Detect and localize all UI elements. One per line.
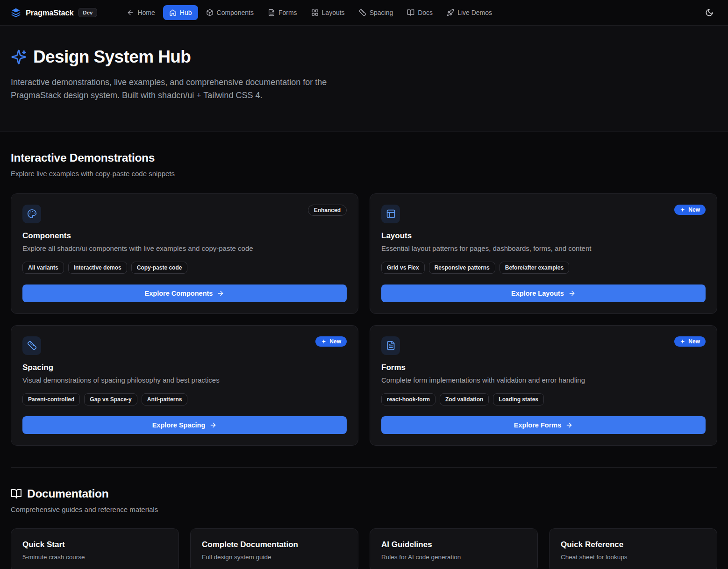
brand[interactable]: PragmaStack Dev bbox=[11, 7, 97, 18]
main-nav: Home Hub Components Forms Layouts bbox=[121, 5, 498, 20]
tag: Anti-patterns bbox=[142, 393, 188, 405]
explore-components-button[interactable]: Explore Components bbox=[22, 284, 347, 302]
demos-heading: Interactive Demonstrations bbox=[11, 151, 717, 164]
nav-item-home[interactable]: Home bbox=[121, 5, 161, 20]
nav-item-live-demos[interactable]: Live Demos bbox=[441, 5, 498, 20]
docs-subheading: Comprehensive guides and reference mater… bbox=[11, 505, 717, 513]
tag: react-hook-form bbox=[381, 393, 435, 405]
doc-card-subtitle: Rules for AI code generation bbox=[381, 554, 526, 561]
nav-item-hub[interactable]: Hub bbox=[163, 5, 198, 20]
arrow-right-icon bbox=[568, 290, 576, 297]
page-subtitle: Interactive demonstrations, live example… bbox=[11, 76, 360, 102]
new-badge: New bbox=[674, 336, 706, 347]
enhanced-badge: Enhanced bbox=[308, 205, 347, 216]
explore-layouts-button[interactable]: Explore Layouts bbox=[381, 284, 706, 302]
doc-card-quick-start[interactable]: Quick Start 5-minute crash course bbox=[11, 528, 179, 569]
badge-label: New bbox=[688, 338, 700, 345]
card-title: Forms bbox=[381, 363, 706, 372]
badge-label: New bbox=[688, 206, 700, 213]
sparkles-icon bbox=[11, 49, 27, 65]
top-navbar: PragmaStack Dev Home Hub Components Fo bbox=[0, 0, 728, 26]
tag: Zod validation bbox=[440, 393, 489, 405]
theme-toggle-button[interactable] bbox=[701, 5, 717, 21]
arrow-right-icon bbox=[209, 421, 217, 429]
doc-card-complete-documentation[interactable]: Complete Documentation Full design syste… bbox=[190, 528, 358, 569]
new-badge: New bbox=[315, 336, 347, 347]
arrow-left-icon bbox=[127, 9, 134, 16]
tag: Before/after examples bbox=[500, 262, 569, 274]
demo-card-layouts: New Layouts Essential layout patterns fo… bbox=[370, 193, 717, 314]
box-icon bbox=[206, 9, 214, 16]
tag: Responsive patterns bbox=[429, 262, 495, 274]
nav-label: Hub bbox=[180, 9, 192, 16]
tag: Interactive demos bbox=[68, 262, 127, 274]
cta-label: Explore Spacing bbox=[152, 421, 206, 429]
card-description: Explore all shadcn/ui components with li… bbox=[22, 244, 347, 252]
tag: Gap vs Space-y bbox=[84, 393, 137, 405]
demo-card-spacing: New Spacing Visual demonstrations of spa… bbox=[11, 325, 358, 446]
nav-label: Docs bbox=[418, 9, 433, 16]
demos-subheading: Explore live examples with copy-paste co… bbox=[11, 170, 717, 178]
book-open-icon bbox=[11, 488, 22, 499]
layout-panel-icon bbox=[381, 205, 400, 223]
nav-item-docs[interactable]: Docs bbox=[401, 5, 439, 20]
docs-heading-label: Documentation bbox=[27, 487, 108, 500]
card-description: Essential layout patterns for pages, das… bbox=[381, 244, 706, 252]
nav-item-forms[interactable]: Forms bbox=[262, 5, 303, 20]
sparkle-icon bbox=[680, 207, 685, 213]
doc-card-ai-guidelines[interactable]: AI Guidelines Rules for AI code generati… bbox=[370, 528, 538, 569]
doc-card-title: Complete Documentation bbox=[202, 540, 347, 549]
explore-forms-button[interactable]: Explore Forms bbox=[381, 416, 706, 434]
main-content: Interactive Demonstrations Explore live … bbox=[0, 151, 728, 569]
tag: Parent-controlled bbox=[22, 393, 80, 405]
tag: Grid vs Flex bbox=[381, 262, 425, 274]
section-divider bbox=[11, 467, 717, 468]
card-description: Visual demonstrations of spacing philoso… bbox=[22, 376, 347, 384]
ruler-icon bbox=[22, 336, 41, 355]
sparkle-icon bbox=[680, 339, 685, 344]
file-text-icon bbox=[268, 9, 275, 16]
ruler-icon bbox=[359, 9, 366, 16]
hero-section: Design System Hub Interactive demonstrat… bbox=[0, 26, 728, 132]
grid-icon bbox=[311, 9, 319, 16]
doc-card-quick-reference[interactable]: Quick Reference Cheat sheet for lookups bbox=[549, 528, 717, 569]
rocket-icon bbox=[447, 9, 454, 16]
doc-card-title: Quick Reference bbox=[561, 540, 706, 549]
layers-logo-icon bbox=[11, 7, 21, 18]
cta-label: Explore Components bbox=[145, 290, 213, 297]
demo-card-forms: New Forms Complete form implementations … bbox=[370, 325, 717, 446]
nav-label: Live Demos bbox=[457, 9, 492, 16]
nav-item-spacing[interactable]: Spacing bbox=[353, 5, 400, 20]
nav-label: Home bbox=[137, 9, 155, 16]
file-text-icon bbox=[381, 336, 400, 355]
tag-row: All variants Interactive demos Copy-past… bbox=[22, 262, 347, 274]
cta-label: Explore Forms bbox=[514, 421, 562, 429]
demo-card-grid: Enhanced Components Explore all shadcn/u… bbox=[11, 193, 717, 446]
card-title: Components bbox=[22, 231, 347, 241]
dev-badge: Dev bbox=[78, 8, 97, 17]
arrow-right-icon bbox=[565, 421, 573, 429]
doc-card-title: Quick Start bbox=[22, 540, 167, 549]
tag: Copy-paste code bbox=[131, 262, 188, 274]
new-badge: New bbox=[674, 205, 706, 215]
nav-label: Spacing bbox=[370, 9, 393, 16]
nav-label: Forms bbox=[278, 9, 297, 16]
palette-icon bbox=[22, 205, 41, 223]
explore-spacing-button[interactable]: Explore Spacing bbox=[22, 416, 347, 434]
nav-item-layouts[interactable]: Layouts bbox=[305, 5, 351, 20]
doc-card-grid: Quick Start 5-minute crash course Comple… bbox=[11, 528, 717, 569]
doc-card-subtitle: Full design system guide bbox=[202, 554, 347, 561]
docs-heading: Documentation bbox=[11, 487, 717, 500]
tag: Loading states bbox=[493, 393, 544, 405]
sparkle-icon bbox=[321, 339, 327, 344]
page-title: Design System Hub bbox=[33, 47, 191, 67]
nav-label: Components bbox=[217, 9, 254, 16]
nav-item-components[interactable]: Components bbox=[200, 5, 260, 20]
doc-card-subtitle: 5-minute crash course bbox=[22, 554, 167, 561]
card-title: Layouts bbox=[381, 231, 706, 241]
doc-card-subtitle: Cheat sheet for lookups bbox=[561, 554, 706, 561]
book-open-icon bbox=[407, 9, 414, 16]
doc-card-title: AI Guidelines bbox=[381, 540, 526, 549]
card-title: Spacing bbox=[22, 363, 347, 372]
brand-name: PragmaStack bbox=[26, 8, 73, 17]
